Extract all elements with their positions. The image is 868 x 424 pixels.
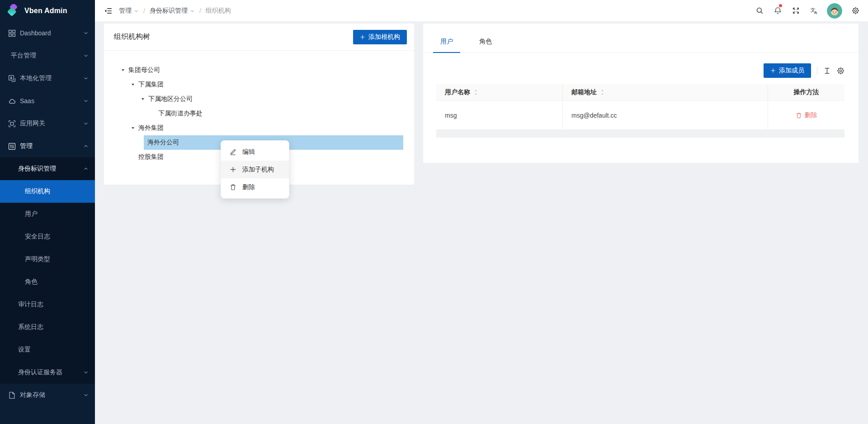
table-scrollbar[interactable] xyxy=(436,130,844,138)
sidebar-item-audit-logs[interactable]: 审计日志 xyxy=(0,293,95,316)
sidebar-item-label: 管理 xyxy=(20,142,33,150)
tree-expander-caret-icon[interactable] xyxy=(118,63,128,77)
sidebar-item-management[interactable]: 管理 xyxy=(0,135,95,157)
sidebar-item-security-logs[interactable]: 安全日志 xyxy=(0,225,95,248)
context-menu-item-label: 编辑 xyxy=(242,148,255,156)
sidebar-item-system-logs[interactable]: 系统日志 xyxy=(0,316,95,338)
sidebar-item-app-gateway[interactable]: 应用网关 xyxy=(0,112,95,135)
sidebar-item-identity-management[interactable]: 身份标识管理 xyxy=(0,157,95,180)
tree-node-overseas-group[interactable]: 海外集团 xyxy=(104,121,414,135)
tree-caret-spacer xyxy=(147,106,158,121)
sidebar-item-organizations[interactable]: 组织机构 xyxy=(0,180,95,203)
svg-text:A: A xyxy=(814,10,817,14)
fullscreen-button[interactable] xyxy=(787,0,805,22)
cell-email: msg@default.cc xyxy=(563,101,768,129)
tree-node-regional-branch[interactable]: 下属地区分公司 xyxy=(104,92,414,106)
tab-roles[interactable]: 角色 xyxy=(472,31,499,52)
members-table: 用户名称邮箱地址操作方法 msgmsg@default.cc删除 xyxy=(436,84,844,138)
sidebar-item-claim-types[interactable]: 声明类型 xyxy=(0,248,95,271)
plus-icon xyxy=(360,34,365,40)
context-menu: 编辑添加子机构删除 xyxy=(221,140,289,199)
table-settings-gear-icon[interactable] xyxy=(837,67,844,75)
tab-label: 用户 xyxy=(440,38,453,46)
tree-node-subsidiary-group[interactable]: 下属集团 xyxy=(104,77,414,92)
tree-node-label: 下属地区分公司 xyxy=(148,95,193,103)
breadcrumb-item-organizations[interactable]: 组织机构 xyxy=(206,7,231,15)
sidebar-item-label: Saas xyxy=(20,97,34,105)
context-menu-item-label: 添加子机构 xyxy=(242,166,274,174)
fullscreen-icon xyxy=(792,7,800,14)
context-menu-item-add-child-org[interactable]: 添加子机构 xyxy=(221,161,289,178)
add-root-org-button[interactable]: 添加根机构 xyxy=(353,30,407,44)
table-body: msgmsg@default.cc删除 xyxy=(436,101,844,130)
sidebar-item-saas[interactable]: Saas xyxy=(0,90,95,112)
column-header-actions: 操作方法 xyxy=(768,84,844,100)
chevron-up-icon xyxy=(83,166,89,172)
org-tree-panel-header: 组织机构树 添加根机构 xyxy=(104,24,414,51)
language-button[interactable]: 文A xyxy=(805,0,823,22)
app-logo[interactable]: Vben Admin xyxy=(0,0,95,22)
sidebar-item-label: 组织机构 xyxy=(25,187,50,195)
username-value: msg xyxy=(445,112,457,119)
column-header-email[interactable]: 邮箱地址 xyxy=(563,84,768,100)
chevron-down-icon xyxy=(83,76,89,81)
sidebar-item-platform-management[interactable]: 平台管理 xyxy=(0,44,95,67)
delete-member-label: 删除 xyxy=(805,111,817,119)
breadcrumb: 管理/身份标识管理/组织机构 xyxy=(119,7,231,15)
sorter-icon xyxy=(600,89,605,95)
sidebar: Vben Admin Dashboard平台管理本地化管理Saas应用网关管理身… xyxy=(0,0,95,424)
context-menu-item-delete[interactable]: 删除 xyxy=(221,178,289,196)
context-menu-item-edit[interactable]: 编辑 xyxy=(221,143,289,161)
gateway-icon xyxy=(8,120,16,128)
header-actions: 文A xyxy=(750,0,868,22)
tree-expander-caret-icon[interactable] xyxy=(127,121,138,135)
chevron-up-icon xyxy=(83,143,89,149)
tree-node-street-office[interactable]: 下属街道办事处 xyxy=(104,106,414,121)
delete-member-button[interactable]: 删除 xyxy=(768,101,844,129)
table-toolbar: 添加成员 xyxy=(423,64,844,77)
user-avatar[interactable] xyxy=(827,3,842,19)
sidebar-item-localization-management[interactable]: 本地化管理 xyxy=(0,67,95,90)
column-header-username[interactable]: 用户名称 xyxy=(436,84,563,100)
breadcrumb-separator: / xyxy=(199,7,201,14)
breadcrumb-item-management[interactable]: 管理 xyxy=(119,7,139,15)
sidebar-item-users[interactable]: 用户 xyxy=(0,203,95,225)
notification-badge-dot xyxy=(779,4,782,7)
cell-username: msg xyxy=(436,101,563,129)
add-member-button[interactable]: 添加成员 xyxy=(764,63,811,78)
tree-node-label: 海外集团 xyxy=(138,124,164,132)
tree-node-label: 下属集团 xyxy=(138,81,164,89)
trash-icon xyxy=(230,184,236,191)
sidebar-item-object-storage[interactable]: 对象存储 xyxy=(0,384,95,406)
sidebar-item-settings[interactable]: 设置 xyxy=(0,338,95,361)
sorter-icon xyxy=(473,89,478,95)
breadcrumb-separator: / xyxy=(143,7,145,14)
sidebar-item-label: 身份标识管理 xyxy=(18,165,56,173)
tree-caret-spacer xyxy=(127,150,138,164)
vben-logo-icon xyxy=(6,4,20,18)
dashboard-icon xyxy=(8,29,16,37)
chevron-down-icon xyxy=(83,98,89,104)
row-height-icon[interactable] xyxy=(823,67,831,75)
table-row: msgmsg@default.cc删除 xyxy=(436,101,844,130)
table-header-row: 用户名称邮箱地址操作方法 xyxy=(436,84,844,101)
chevron-down-icon xyxy=(190,9,195,14)
sidebar-item-dashboard[interactable]: Dashboard xyxy=(0,22,95,44)
tab-users[interactable]: 用户 xyxy=(433,31,460,52)
sidebar-collapse-icon[interactable] xyxy=(104,7,112,15)
notifications-button[interactable] xyxy=(769,0,787,22)
search-button[interactable] xyxy=(750,0,769,22)
sidebar-item-roles[interactable]: 角色 xyxy=(0,271,95,293)
sidebar-item-label: 应用网关 xyxy=(20,119,45,128)
tree-expander-caret-icon[interactable] xyxy=(137,92,148,106)
plus-icon xyxy=(230,166,236,173)
sidebar-item-label: 声明类型 xyxy=(25,255,50,263)
column-header-label: 邮箱地址 xyxy=(571,88,597,96)
tree-node-group-parent-company[interactable]: 集团母公司 xyxy=(104,63,414,77)
tree-node-label: 下属街道办事处 xyxy=(158,110,203,118)
breadcrumb-item-identity-management[interactable]: 身份标识管理 xyxy=(150,7,195,15)
sidebar-item-identity-servers[interactable]: 身份认证服务器 xyxy=(0,361,95,384)
tree-expander-caret-icon[interactable] xyxy=(127,77,138,92)
edit-icon xyxy=(230,148,236,155)
settings-button[interactable] xyxy=(846,0,864,22)
